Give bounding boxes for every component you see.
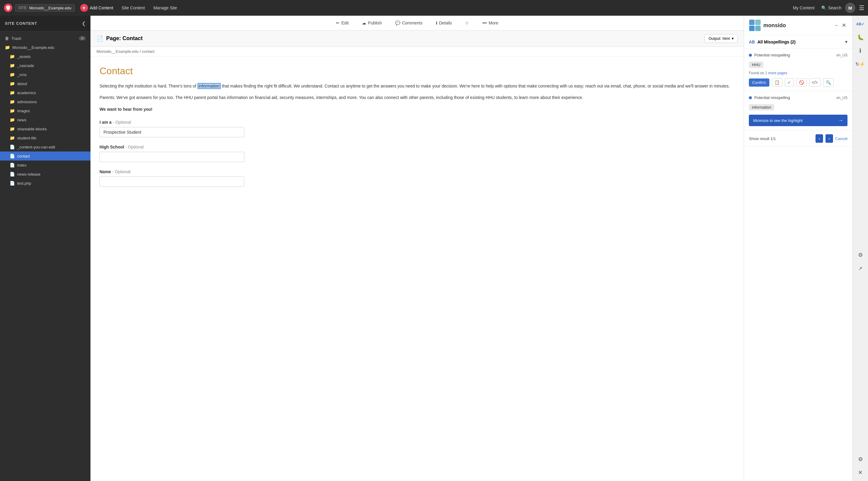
sidebar-item-test-php[interactable]: 📄 test.php bbox=[0, 179, 91, 188]
blue-dot-icon bbox=[749, 54, 752, 57]
panel-close-button[interactable]: ✕ bbox=[841, 21, 847, 30]
body-text-after: that makes finding the right fit difficu… bbox=[221, 84, 730, 88]
blue-dot-icon-2 bbox=[749, 96, 752, 99]
folder-icon: 📁 bbox=[10, 63, 15, 68]
folder-icon: 📁 bbox=[10, 99, 15, 104]
trash-badge: 0 bbox=[79, 36, 86, 40]
result-prev-button[interactable]: ‹ bbox=[815, 134, 823, 143]
search-button[interactable]: 🔍 Search bbox=[821, 5, 841, 10]
rail-info-icon[interactable]: ℹ bbox=[855, 44, 867, 57]
monsido-text: monsido bbox=[763, 22, 786, 29]
comments-button[interactable]: 💬 Comments bbox=[392, 19, 426, 27]
sidebar-item-news-release[interactable]: 📄 news-release bbox=[0, 170, 91, 179]
cms-label: _cms bbox=[17, 72, 27, 77]
misspelling-word-1: HHU bbox=[749, 62, 763, 68]
sidebar-item-cascade[interactable]: 📁 _cascade bbox=[0, 61, 91, 70]
hamburger-menu[interactable]: ☰ bbox=[859, 4, 864, 11]
save-icon-button[interactable]: 📋 bbox=[772, 78, 782, 87]
folder-icon: 📁 bbox=[10, 108, 15, 113]
found-on-link[interactable]: 1 more pages bbox=[765, 71, 787, 75]
breadcrumb-site[interactable]: Monsido__Example.edu bbox=[96, 49, 138, 54]
sidebar-item-monsido[interactable]: 📁 Monsido__Example.edu bbox=[0, 43, 91, 52]
more-label: More bbox=[489, 21, 498, 25]
sidebar-item-index[interactable]: 📄 index bbox=[0, 160, 91, 170]
form-input-2[interactable] bbox=[99, 152, 244, 162]
publish-label: Publish bbox=[368, 21, 382, 25]
rail-settings-icon[interactable]: ⚙ bbox=[855, 453, 867, 465]
sidebar-item-images[interactable]: 📁 images bbox=[0, 106, 91, 115]
chevron-down-icon: ▾ bbox=[732, 36, 734, 41]
sidebar-item-cms[interactable]: 📁 _cms bbox=[0, 70, 91, 79]
block-icon-button[interactable]: 🚫 bbox=[796, 78, 807, 87]
academics-label: academics bbox=[17, 91, 36, 95]
images-label: images bbox=[17, 109, 30, 113]
sidebar-item-admissions[interactable]: 📁 admissions bbox=[0, 97, 91, 106]
add-content-button[interactable]: + Add Content bbox=[77, 2, 116, 13]
rail-external-link-icon[interactable]: ↗ bbox=[855, 262, 867, 274]
file-icon: 📄 bbox=[10, 145, 15, 149]
rail-close-icon[interactable]: ✕ bbox=[855, 467, 867, 479]
manage-site-nav[interactable]: Manage Site bbox=[150, 4, 180, 12]
rail-tools-icon[interactable]: ⚙ bbox=[855, 249, 867, 261]
misspelling-header-2: Potential misspelling en_US bbox=[749, 95, 847, 100]
rail-ab-check-icon[interactable]: AB✓ bbox=[855, 18, 867, 30]
svg-rect-3 bbox=[749, 26, 754, 31]
search-label: Search bbox=[828, 5, 841, 10]
trash-label: Trash bbox=[11, 36, 22, 41]
details-icon: ℹ bbox=[436, 21, 437, 25]
sidebar-item-shareable-blocks[interactable]: 📁 shareable-blocks bbox=[0, 124, 91, 133]
show-result-text: Show result 1/1 bbox=[749, 137, 776, 141]
code-icon-button[interactable]: </> bbox=[809, 78, 820, 87]
folder-icon: 📁 bbox=[10, 117, 15, 122]
file-icon: 📄 bbox=[10, 172, 15, 177]
sidebar-item-assets[interactable]: 📁 _assets bbox=[0, 52, 91, 61]
site-badge[interactable]: SITE: Monsido__Example.edu bbox=[15, 4, 75, 12]
sidebar-item-news[interactable]: 📁 news bbox=[0, 115, 91, 124]
user-avatar[interactable]: M bbox=[845, 3, 855, 13]
result-cancel-button[interactable]: Cancel bbox=[835, 137, 847, 141]
sidebar-items: 🗑 Trash 0 📁 Monsido__Example.edu 📁 _asse… bbox=[0, 31, 91, 190]
result-next-button[interactable]: › bbox=[826, 134, 833, 143]
svg-rect-4 bbox=[755, 26, 761, 31]
page-toolbar: ✏ Edit ☁ Publish 💬 Comments ℹ Details ☆ … bbox=[91, 16, 744, 30]
misspelling-word-2: informaiton bbox=[749, 104, 774, 111]
details-button[interactable]: ℹ Details bbox=[433, 19, 455, 27]
sidebar-item-student-life[interactable]: 📁 student-life bbox=[0, 133, 91, 143]
misspelling-type-2: Potential misspelling bbox=[754, 95, 790, 100]
sidebar-item-academics[interactable]: 📁 academics bbox=[0, 88, 91, 97]
confirm-button[interactable]: Confirm bbox=[749, 79, 769, 87]
publish-button[interactable]: ☁ Publish bbox=[359, 19, 385, 27]
site-content-nav[interactable]: Site Content bbox=[119, 4, 148, 12]
rail-bug-icon[interactable]: 🐛 bbox=[855, 31, 867, 43]
check-icon-button[interactable]: ✓ bbox=[785, 78, 794, 87]
file-icon: 📄 bbox=[10, 163, 15, 168]
minimize-bar[interactable]: Minimize to see the highlight → bbox=[749, 115, 847, 126]
my-content-nav[interactable]: My Content bbox=[790, 4, 818, 12]
site-name: Monsido__Example.edu bbox=[29, 6, 71, 10]
monsido-logo[interactable] bbox=[4, 3, 13, 12]
folder-icon: 📁 bbox=[5, 45, 10, 50]
folder-icon: 📁 bbox=[10, 136, 15, 140]
plus-icon: + bbox=[80, 4, 88, 12]
search-result-icon-button[interactable]: 🔍 bbox=[823, 78, 834, 87]
sidebar-collapse-button[interactable]: ❮ bbox=[82, 21, 86, 26]
sidebar-item-content-you-can-edit[interactable]: 📄 _content-you-can-edit bbox=[0, 143, 91, 151]
expand-button[interactable]: ▾ bbox=[845, 39, 847, 44]
rail-refresh-icon[interactable]: ↻⚡ bbox=[855, 58, 867, 70]
output-select[interactable]: Output: html ▾ bbox=[705, 34, 738, 43]
sidebar-item-trash[interactable]: 🗑 Trash 0 bbox=[0, 34, 91, 43]
form-input-1[interactable] bbox=[99, 127, 244, 137]
sidebar-item-contact[interactable]: 📄 contact bbox=[0, 151, 91, 160]
edit-button[interactable]: ✏ Edit bbox=[333, 19, 352, 27]
student-life-label: student-life bbox=[17, 136, 36, 140]
panel-back-button[interactable]: ← bbox=[833, 22, 841, 29]
form-input-3[interactable] bbox=[99, 177, 244, 187]
panel-title: All Misspellings (2) bbox=[757, 39, 796, 44]
show-result-row: Show result 1/1 ‹ › Cancel bbox=[744, 131, 852, 147]
star-button[interactable]: ☆ bbox=[462, 19, 472, 27]
top-navigation: SITE: Monsido__Example.edu + Add Content… bbox=[0, 0, 868, 16]
folder-icon: 📁 bbox=[10, 126, 15, 131]
right-panel: monsido ← ✕ AB All Misspellings (2) ▾ Po… bbox=[744, 16, 852, 481]
more-button[interactable]: ••• More bbox=[479, 19, 501, 27]
sidebar-item-about[interactable]: 📁 about bbox=[0, 79, 91, 88]
